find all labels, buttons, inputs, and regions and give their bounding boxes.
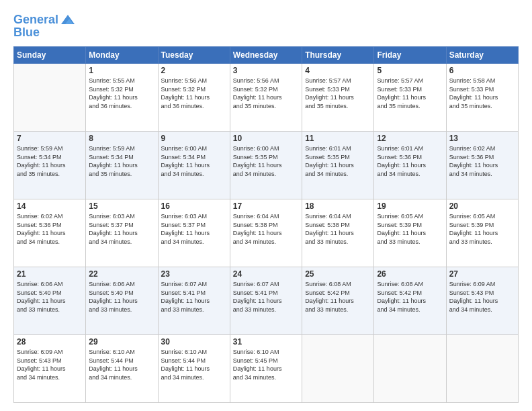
weekday-header-thursday: Thursday	[302, 47, 374, 64]
weekday-header-friday: Friday	[374, 47, 446, 64]
day-info: Sunrise: 6:06 AM Sunset: 5:40 PM Dayligh…	[17, 280, 83, 314]
day-info: Sunrise: 5:58 AM Sunset: 5:33 PM Dayligh…	[449, 77, 515, 110]
calendar-week-1: 1Sunrise: 5:55 AM Sunset: 5:32 PM Daylig…	[14, 64, 519, 132]
calendar-cell: 28Sunrise: 6:09 AM Sunset: 5:43 PM Dayli…	[14, 335, 86, 403]
day-number: 18	[305, 201, 371, 211]
day-info: Sunrise: 6:04 AM Sunset: 5:38 PM Dayligh…	[233, 212, 299, 246]
weekday-header-sunday: Sunday	[14, 47, 86, 64]
day-info: Sunrise: 6:08 AM Sunset: 5:42 PM Dayligh…	[305, 280, 371, 314]
day-number: 22	[89, 269, 154, 279]
day-info: Sunrise: 6:04 AM Sunset: 5:38 PM Dayligh…	[305, 212, 371, 246]
calendar-cell: 5Sunrise: 5:57 AM Sunset: 5:33 PM Daylig…	[374, 64, 446, 132]
weekday-header-tuesday: Tuesday	[158, 47, 230, 64]
day-info: Sunrise: 5:59 AM Sunset: 5:34 PM Dayligh…	[89, 144, 154, 178]
calendar-cell: 27Sunrise: 6:09 AM Sunset: 5:43 PM Dayli…	[446, 267, 518, 335]
calendar-cell: 22Sunrise: 6:06 AM Sunset: 5:40 PM Dayli…	[86, 267, 158, 335]
day-info: Sunrise: 6:06 AM Sunset: 5:40 PM Dayligh…	[89, 280, 154, 314]
calendar-cell: 1Sunrise: 5:55 AM Sunset: 5:32 PM Daylig…	[86, 64, 158, 132]
day-number: 31	[233, 337, 299, 347]
calendar-cell: 10Sunrise: 6:00 AM Sunset: 5:35 PM Dayli…	[230, 132, 302, 199]
day-number: 17	[233, 201, 299, 211]
day-info: Sunrise: 6:02 AM Sunset: 5:36 PM Dayligh…	[449, 144, 515, 178]
day-number: 13	[449, 134, 515, 143]
calendar-cell: 11Sunrise: 6:01 AM Sunset: 5:35 PM Dayli…	[302, 132, 374, 199]
day-number: 6	[449, 66, 515, 75]
calendar-cell: 8Sunrise: 5:59 AM Sunset: 5:34 PM Daylig…	[86, 132, 158, 199]
calendar-cell	[302, 335, 374, 403]
day-info: Sunrise: 6:05 AM Sunset: 5:39 PM Dayligh…	[449, 212, 515, 246]
calendar-cell: 21Sunrise: 6:06 AM Sunset: 5:40 PM Dayli…	[14, 267, 86, 335]
day-number: 25	[305, 269, 371, 279]
day-info: Sunrise: 6:09 AM Sunset: 5:43 PM Dayligh…	[449, 280, 515, 314]
calendar-cell: 24Sunrise: 6:07 AM Sunset: 5:41 PM Dayli…	[230, 267, 302, 335]
day-info: Sunrise: 6:07 AM Sunset: 5:41 PM Dayligh…	[161, 280, 227, 314]
day-number: 16	[161, 201, 227, 211]
calendar-cell: 23Sunrise: 6:07 AM Sunset: 5:41 PM Dayli…	[158, 267, 230, 335]
header: General Blue	[13, 12, 519, 40]
day-number: 12	[377, 134, 443, 143]
day-info: Sunrise: 6:10 AM Sunset: 5:44 PM Dayligh…	[89, 348, 154, 381]
calendar-cell: 12Sunrise: 6:01 AM Sunset: 5:36 PM Dayli…	[374, 132, 446, 199]
calendar-cell	[14, 64, 86, 132]
day-info: Sunrise: 6:03 AM Sunset: 5:37 PM Dayligh…	[89, 212, 154, 246]
calendar-cell: 3Sunrise: 5:56 AM Sunset: 5:32 PM Daylig…	[230, 64, 302, 132]
calendar-cell: 7Sunrise: 5:59 AM Sunset: 5:34 PM Daylig…	[14, 132, 86, 199]
calendar-cell: 30Sunrise: 6:10 AM Sunset: 5:44 PM Dayli…	[158, 335, 230, 403]
calendar-cell: 29Sunrise: 6:10 AM Sunset: 5:44 PM Dayli…	[86, 335, 158, 403]
day-info: Sunrise: 6:00 AM Sunset: 5:35 PM Dayligh…	[233, 144, 299, 178]
day-number: 20	[449, 201, 515, 211]
day-number: 24	[233, 269, 299, 279]
day-info: Sunrise: 5:57 AM Sunset: 5:33 PM Dayligh…	[305, 77, 371, 110]
day-info: Sunrise: 6:07 AM Sunset: 5:41 PM Dayligh…	[233, 280, 299, 314]
calendar-cell: 13Sunrise: 6:02 AM Sunset: 5:36 PM Dayli…	[446, 132, 518, 199]
calendar-cell: 15Sunrise: 6:03 AM Sunset: 5:37 PM Dayli…	[86, 199, 158, 267]
day-number: 1	[89, 66, 154, 75]
day-info: Sunrise: 6:03 AM Sunset: 5:37 PM Dayligh…	[161, 212, 227, 246]
day-info: Sunrise: 6:10 AM Sunset: 5:45 PM Dayligh…	[233, 348, 299, 381]
day-info: Sunrise: 5:55 AM Sunset: 5:32 PM Dayligh…	[89, 77, 154, 110]
calendar-cell: 19Sunrise: 6:05 AM Sunset: 5:39 PM Dayli…	[374, 199, 446, 267]
calendar-week-4: 21Sunrise: 6:06 AM Sunset: 5:40 PM Dayli…	[14, 267, 519, 335]
day-info: Sunrise: 6:01 AM Sunset: 5:36 PM Dayligh…	[377, 144, 443, 178]
day-number: 28	[17, 337, 83, 347]
calendar-cell: 6Sunrise: 5:58 AM Sunset: 5:33 PM Daylig…	[446, 64, 518, 132]
calendar-cell: 4Sunrise: 5:57 AM Sunset: 5:33 PM Daylig…	[302, 64, 374, 132]
calendar-week-3: 14Sunrise: 6:02 AM Sunset: 5:36 PM Dayli…	[14, 199, 519, 267]
calendar-cell: 16Sunrise: 6:03 AM Sunset: 5:37 PM Dayli…	[158, 199, 230, 267]
day-number: 21	[17, 269, 83, 279]
page: General Blue SundayMondayTuesdayWednesda…	[0, 0, 532, 411]
calendar-cell: 31Sunrise: 6:10 AM Sunset: 5:45 PM Dayli…	[230, 335, 302, 403]
day-info: Sunrise: 6:05 AM Sunset: 5:39 PM Dayligh…	[377, 212, 443, 246]
day-info: Sunrise: 6:09 AM Sunset: 5:43 PM Dayligh…	[17, 348, 83, 381]
weekday-header-saturday: Saturday	[446, 47, 518, 64]
calendar-cell	[374, 335, 446, 403]
calendar-cell: 26Sunrise: 6:08 AM Sunset: 5:42 PM Dayli…	[374, 267, 446, 335]
day-info: Sunrise: 5:56 AM Sunset: 5:32 PM Dayligh…	[233, 77, 299, 110]
calendar-table: SundayMondayTuesdayWednesdayThursdayFrid…	[13, 46, 519, 403]
day-number: 5	[377, 66, 443, 75]
calendar-cell: 20Sunrise: 6:05 AM Sunset: 5:39 PM Dayli…	[446, 199, 518, 267]
day-info: Sunrise: 5:57 AM Sunset: 5:33 PM Dayligh…	[377, 77, 443, 110]
day-number: 30	[161, 337, 227, 347]
day-info: Sunrise: 5:59 AM Sunset: 5:34 PM Dayligh…	[17, 144, 83, 178]
day-info: Sunrise: 5:56 AM Sunset: 5:32 PM Dayligh…	[161, 77, 227, 110]
calendar-cell: 25Sunrise: 6:08 AM Sunset: 5:42 PM Dayli…	[302, 267, 374, 335]
day-number: 2	[161, 66, 227, 75]
calendar-week-2: 7Sunrise: 5:59 AM Sunset: 5:34 PM Daylig…	[14, 132, 519, 199]
logo-icon	[60, 12, 76, 28]
day-number: 7	[17, 134, 83, 143]
weekday-header-row: SundayMondayTuesdayWednesdayThursdayFrid…	[14, 47, 519, 64]
day-number: 8	[89, 134, 154, 143]
day-info: Sunrise: 6:01 AM Sunset: 5:35 PM Dayligh…	[305, 144, 371, 178]
day-info: Sunrise: 6:10 AM Sunset: 5:44 PM Dayligh…	[161, 348, 227, 381]
day-info: Sunrise: 6:00 AM Sunset: 5:34 PM Dayligh…	[161, 144, 227, 178]
calendar-cell: 14Sunrise: 6:02 AM Sunset: 5:36 PM Dayli…	[14, 199, 86, 267]
day-number: 19	[377, 201, 443, 211]
day-number: 15	[89, 201, 154, 211]
calendar-cell: 17Sunrise: 6:04 AM Sunset: 5:38 PM Dayli…	[230, 199, 302, 267]
calendar-week-5: 28Sunrise: 6:09 AM Sunset: 5:43 PM Dayli…	[14, 335, 519, 403]
day-number: 10	[233, 134, 299, 143]
day-number: 23	[161, 269, 227, 279]
day-number: 4	[305, 66, 371, 75]
day-number: 14	[17, 201, 83, 211]
